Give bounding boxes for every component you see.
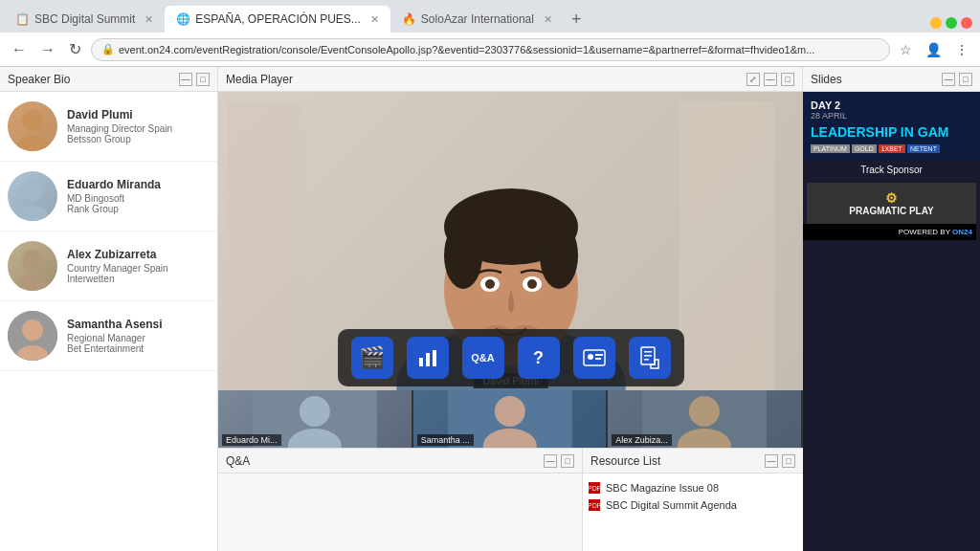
list-item[interactable]: Samantha Asensi Regional Manager Bet Ent…: [0, 301, 217, 371]
svg-point-18: [527, 279, 537, 289]
media-player-title: Media Player: [226, 73, 293, 86]
pdf-icon: PDF: [589, 499, 600, 511]
new-tab-button[interactable]: +: [564, 6, 590, 33]
media-minimize-button[interactable]: —: [764, 73, 777, 86]
speaker-list: David Plumi Managing Director Spain Bets…: [0, 92, 217, 551]
thumbnail-eduardo[interactable]: Eduardo Mi...: [218, 390, 413, 448]
menu-button[interactable]: ⋮: [951, 40, 972, 59]
list-item[interactable]: PDF SBC Digital Summit Agenda: [589, 496, 797, 514]
thumbnail-samantha[interactable]: Samantha ...: [413, 390, 609, 448]
address-bar[interactable]: 🔒 event.on24.com/eventRegistration/conso…: [91, 38, 890, 61]
poll-button[interactable]: [407, 337, 449, 379]
speaker-info: David Plumi Managing Director Spain Bets…: [67, 108, 210, 144]
svg-point-14: [540, 222, 578, 289]
curtain-left: [228, 101, 304, 390]
speaker-role: MD Bingosoft: [67, 193, 210, 204]
speaker-bio-header: Speaker Bio — □: [0, 67, 217, 92]
svg-point-2: [22, 180, 43, 201]
speaker-company: Interwetten: [67, 274, 210, 284]
svg-rect-39: [644, 351, 652, 353]
forward-button[interactable]: →: [36, 39, 59, 60]
qa-content: [218, 474, 582, 551]
svg-point-1: [17, 136, 48, 151]
tab-soloazar[interactable]: 🔥 SoloAzar International ✕: [390, 6, 564, 33]
qa-toolbar-button[interactable]: Q&A: [462, 337, 504, 379]
speaker-info: Samantha Asensi Regional Manager Bet Ent…: [67, 318, 210, 354]
svg-rect-37: [595, 358, 601, 360]
svg-point-0: [22, 110, 43, 131]
resource-minimize[interactable]: —: [765, 454, 778, 468]
resource-header: Resource List — □: [583, 449, 803, 474]
tab-bar: 📋 SBC Digital Summit ✕ 🌐 ESPAÑA, OPERACI…: [0, 0, 980, 33]
ixbet-logo: 1XBET: [879, 144, 905, 153]
slide-image: DAY 2 28 APRIL LEADERSHIP IN GAM PLATINU…: [803, 92, 980, 161]
reload-button[interactable]: ↻: [65, 38, 85, 60]
avatar: [8, 171, 57, 221]
speaker-role: Regional Manager: [67, 333, 210, 343]
resource-toolbar-button[interactable]: [629, 337, 671, 379]
qa-maximize[interactable]: □: [561, 454, 574, 468]
tab-sbc-summit[interactable]: 📋 SBC Digital Summit ✕: [4, 6, 165, 33]
speaker-company: Rank Group: [67, 204, 210, 214]
svg-rect-34: [584, 350, 605, 365]
back-button[interactable]: ←: [8, 39, 31, 60]
tab-espana[interactable]: 🌐 ESPAÑA, OPERACIÓN PUES... ✕: [165, 6, 390, 33]
media-button[interactable]: 🎬: [351, 337, 393, 379]
pragmatic-label: PRAGMATIC PLAY: [814, 206, 969, 216]
media-player-controls: ⤢ — □: [746, 73, 794, 86]
slides-maximize[interactable]: □: [959, 73, 972, 86]
minimize-button[interactable]: [930, 17, 942, 29]
speaker-bio-minimize[interactable]: —: [179, 73, 192, 86]
slides-minimize[interactable]: —: [942, 73, 955, 86]
speaker-bio-panel: Speaker Bio — □ David Plumi: [0, 67, 218, 551]
help-button[interactable]: ?: [518, 337, 560, 379]
svg-point-4: [22, 250, 43, 271]
pragmatic-play-logo: ⚙ PRAGMATIC PLAY: [807, 183, 976, 224]
svg-point-23: [300, 396, 330, 427]
speaker-bio-maximize[interactable]: □: [196, 73, 210, 86]
avatar: [8, 241, 57, 291]
list-item[interactable]: David Plumi Managing Director Spain Bets…: [0, 92, 217, 162]
tab-close-2[interactable]: ✕: [370, 13, 379, 26]
svg-point-17: [485, 279, 495, 289]
avatar: [8, 311, 57, 361]
list-item[interactable]: PDF SBC Magazine Issue 08: [589, 479, 797, 496]
slides-title: Slides: [811, 73, 842, 86]
slides-header: Slides — □: [803, 67, 980, 92]
account-button[interactable]: 👤: [922, 40, 946, 59]
tab-close-3[interactable]: ✕: [544, 13, 552, 26]
speaker-role: Managing Director Spain: [67, 123, 210, 134]
id-card-button[interactable]: [573, 337, 615, 379]
tab-favicon-1: 📋: [15, 12, 29, 26]
thumb-label-alex: Alex Zubiza...: [612, 434, 672, 446]
media-fullscreen-button[interactable]: ⤢: [746, 73, 760, 86]
media-player-header: Media Player ⤢ — □: [218, 67, 803, 92]
resource-maximize[interactable]: □: [782, 454, 795, 468]
track-sponsor-label: Track Sponsor: [803, 161, 980, 179]
media-close-button[interactable]: □: [781, 73, 794, 86]
speaker-info: Eduardo Miranda MD Bingosoft Rank Group: [67, 178, 210, 214]
resource-title: Resource List: [590, 454, 660, 468]
video-area: David Plumi Eduardo Mi...: [218, 92, 803, 448]
platinum-label: PLATINUM: [811, 144, 850, 153]
tab-label-1: SBC Digital Summit: [34, 12, 135, 26]
svg-rect-33: [433, 350, 436, 366]
tab-close-1[interactable]: ✕: [145, 13, 153, 26]
speaker-name: Alex Zubizarreta: [67, 248, 210, 261]
speaker-role: Country Manager Spain: [67, 263, 210, 274]
speaker-company: Betsson Group: [67, 134, 210, 144]
thumb-label-samantha: Samantha ...: [417, 434, 474, 446]
bookmark-button[interactable]: ☆: [896, 40, 916, 59]
window-close-button[interactable]: [961, 17, 972, 29]
svg-point-3: [17, 206, 48, 221]
svg-point-29: [689, 396, 720, 427]
list-item[interactable]: Eduardo Miranda MD Bingosoft Rank Group: [0, 162, 217, 231]
thumbnail-alex[interactable]: Alex Zubiza...: [608, 390, 803, 448]
resource-label-2: SBC Digital Summit Agenda: [606, 499, 737, 511]
maximize-button[interactable]: [946, 17, 957, 29]
tab-favicon-2: 🌐: [176, 12, 189, 26]
toolbar: 🎬 Q&A ?: [338, 329, 684, 386]
svg-rect-36: [595, 354, 603, 356]
qa-minimize[interactable]: —: [544, 454, 557, 468]
list-item[interactable]: Alex Zubizarreta Country Manager Spain I…: [0, 231, 217, 301]
